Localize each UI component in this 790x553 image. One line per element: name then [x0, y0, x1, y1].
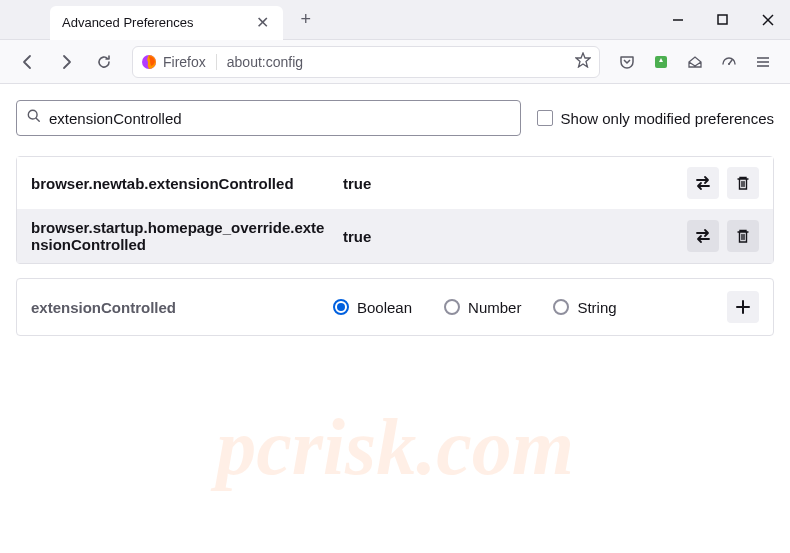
radio-icon [553, 299, 569, 315]
type-options: Boolean Number String [333, 299, 715, 316]
pref-name: browser.startup.homepage_override.extens… [31, 219, 331, 253]
back-button[interactable] [12, 46, 44, 78]
close-window-button[interactable] [745, 0, 790, 40]
close-tab-icon[interactable]: ✕ [254, 11, 271, 34]
delete-button[interactable] [727, 220, 759, 252]
search-icon [27, 109, 41, 127]
dashboard-icon[interactable] [714, 47, 744, 77]
window-controls [655, 0, 790, 40]
new-pref-row: extensionControlled Boolean Number Strin… [16, 278, 774, 336]
show-modified-checkbox[interactable]: Show only modified preferences [537, 110, 774, 127]
new-tab-button[interactable]: + [291, 3, 322, 36]
radio-label: String [577, 299, 616, 316]
toggle-button[interactable] [687, 167, 719, 199]
titlebar: Advanced Preferences ✕ + [0, 0, 790, 40]
pref-row: browser.newtab.extensionControlled true [17, 157, 773, 209]
pref-name: browser.newtab.extensionControlled [31, 175, 331, 192]
maximize-button[interactable] [700, 0, 745, 40]
pref-value: true [343, 175, 675, 192]
menu-icon[interactable] [748, 47, 778, 77]
pref-row: browser.startup.homepage_override.extens… [17, 209, 773, 263]
toolbar: Firefox about:config [0, 40, 790, 84]
checkbox-icon [537, 110, 553, 126]
tab-title: Advanced Preferences [62, 15, 194, 30]
add-button[interactable] [727, 291, 759, 323]
svg-rect-1 [718, 15, 727, 24]
identity-label: Firefox [163, 54, 217, 70]
toggle-button[interactable] [687, 220, 719, 252]
browser-tab[interactable]: Advanced Preferences ✕ [50, 6, 283, 40]
toolbar-icons [612, 47, 778, 77]
pref-value: true [343, 228, 675, 245]
firefox-icon [141, 54, 157, 70]
svg-point-6 [728, 63, 730, 65]
pref-actions [687, 220, 759, 252]
type-number[interactable]: Number [444, 299, 521, 316]
pref-actions [687, 167, 759, 199]
minimize-button[interactable] [655, 0, 700, 40]
bookmark-star-icon[interactable] [575, 52, 591, 72]
type-string[interactable]: String [553, 299, 616, 316]
search-row: Show only modified preferences [16, 100, 774, 136]
radio-icon [444, 299, 460, 315]
extension-icon[interactable] [646, 47, 676, 77]
type-boolean[interactable]: Boolean [333, 299, 412, 316]
new-pref-name: extensionControlled [31, 299, 321, 316]
checkbox-label-text: Show only modified preferences [561, 110, 774, 127]
watermark: pcrisk.com [216, 402, 574, 493]
search-input[interactable] [49, 110, 510, 127]
pocket-icon[interactable] [612, 47, 642, 77]
mail-icon[interactable] [680, 47, 710, 77]
delete-button[interactable] [727, 167, 759, 199]
address-bar[interactable]: Firefox about:config [132, 46, 600, 78]
radio-label: Number [468, 299, 521, 316]
url-text: about:config [223, 54, 569, 70]
preferences-table: browser.newtab.extensionControlled true … [16, 156, 774, 264]
svg-line-11 [36, 118, 39, 121]
reload-button[interactable] [88, 46, 120, 78]
forward-button[interactable] [50, 46, 82, 78]
content-area: Show only modified preferences browser.n… [0, 84, 790, 352]
radio-icon [333, 299, 349, 315]
radio-label: Boolean [357, 299, 412, 316]
search-box[interactable] [16, 100, 521, 136]
